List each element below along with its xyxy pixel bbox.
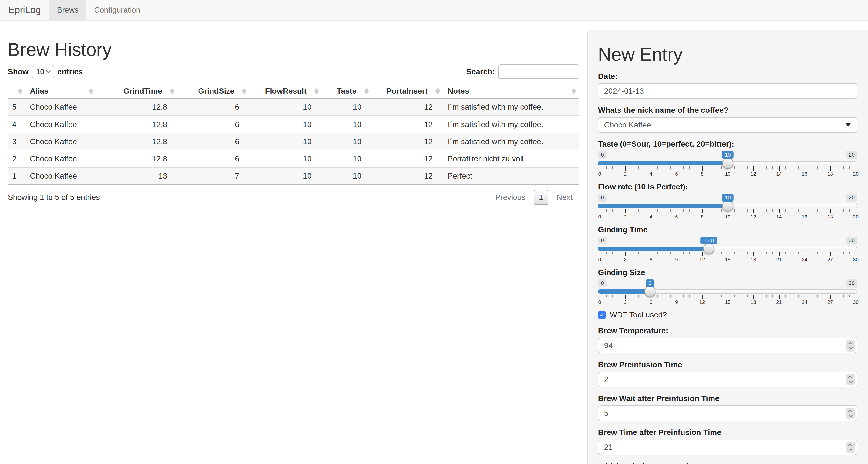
slider-tick — [837, 252, 837, 254]
table-cell: 10 — [322, 167, 372, 184]
slider-tick — [837, 209, 837, 211]
new-entry-panel: New Entry Date: 2024-01-13 Whats the nic… — [587, 30, 868, 464]
chevron-down-icon — [849, 345, 853, 349]
table-cell: 10 — [250, 98, 322, 116]
slider-tick — [779, 209, 779, 213]
column-header-label: FlowResult — [265, 87, 306, 95]
stepper-icon[interactable] — [846, 340, 855, 351]
search-input[interactable] — [498, 64, 579, 79]
stepper-icon[interactable] — [846, 441, 855, 453]
slider-tick-label: 12 — [700, 299, 705, 305]
tab-brews[interactable]: Brews — [49, 0, 86, 20]
slider-grinding-time[interactable]: 03012.8036912151821242730 — [598, 237, 857, 261]
chevron-up-icon — [848, 443, 852, 447]
sort-icon — [314, 88, 319, 94]
slider-tick — [721, 167, 722, 169]
slider-tick — [856, 295, 857, 299]
slider-tick — [798, 209, 799, 211]
slider-tick-label: 18 — [750, 299, 756, 305]
table-cell: Perfect — [443, 167, 579, 184]
slider-tick — [798, 295, 799, 297]
table-cell: 10 — [322, 98, 372, 116]
slider-tick — [702, 295, 703, 299]
number-group-brew-temperature: Brew Temperature:94 — [598, 326, 857, 353]
slider-tick — [670, 209, 671, 211]
column-header-GrindSize[interactable]: GrindSize — [178, 84, 250, 98]
number-value: 94 — [604, 341, 613, 350]
date-input[interactable]: 2024-01-13 — [598, 83, 857, 99]
column-header-index[interactable] — [8, 84, 26, 98]
app-brand[interactable]: EpriLog — [0, 0, 49, 20]
wdt-checkbox-row[interactable]: ✓ WDT Tool used? — [598, 310, 857, 319]
column-header-label: GrindTime — [124, 87, 162, 95]
slider-tick — [613, 209, 613, 211]
brew-history-section: Brew History Show 10 entries Search: — [0, 21, 587, 205]
slider-grinding-size[interactable]: 0306036912151821242730 — [598, 280, 857, 304]
pagination-previous[interactable]: Previous — [495, 193, 525, 202]
number-input-brew-preinfusion-time[interactable]: 2 — [598, 372, 857, 387]
chevron-down-icon — [849, 413, 853, 417]
slider-tick-label: 6 — [675, 214, 678, 220]
search-control: Search: — [466, 64, 579, 79]
slider-group-grinding-size: Ginding Size0306036912151821242730 — [598, 268, 857, 304]
chevron-up-icon — [848, 410, 852, 413]
column-header-Notes[interactable]: Notes — [443, 84, 579, 98]
table-row: 5Choco Kaffee12.86101012I´m satisfied wi… — [8, 98, 579, 116]
column-header-Taste[interactable]: Taste — [322, 84, 372, 98]
slider-tick — [785, 252, 786, 254]
stepper-icon[interactable] — [846, 407, 855, 419]
number-input-brew-time-after-preinfusion-time[interactable]: 21 — [598, 440, 857, 455]
sliders: Taste (0=Sour, 10=perfect, 20=bitter):02… — [598, 139, 857, 304]
column-header-label: Taste — [337, 87, 356, 95]
wdt-checkbox[interactable]: ✓ — [598, 311, 606, 319]
slider-tick — [792, 252, 792, 254]
sort-icon — [18, 88, 22, 94]
slider-handle[interactable] — [644, 286, 655, 297]
number-input-brew-temperature[interactable]: 94 — [598, 338, 857, 353]
slider-handle[interactable] — [722, 158, 733, 169]
slider-tick — [606, 209, 607, 211]
slider-tick — [824, 295, 824, 297]
pagination-page-1[interactable]: 1 — [534, 190, 548, 205]
slider-taste[interactable]: 0201002468101214161820 — [598, 151, 857, 175]
slider-tick — [779, 167, 779, 170]
slider-tick — [849, 167, 850, 169]
slider-tick — [817, 209, 818, 211]
slider-tick-label: 9 — [675, 257, 678, 262]
slider-tick — [785, 209, 786, 211]
page-length-value: 10 — [36, 67, 44, 76]
column-header-label: Notes — [447, 87, 469, 95]
app-root: EpriLog Brews Configuration Brew History… — [0, 0, 868, 464]
pagination-next[interactable]: Next — [557, 193, 572, 202]
tab-configuration[interactable]: Configuration — [86, 0, 148, 20]
slider-tick-label: 24 — [802, 257, 807, 262]
slider-min-badge: 0 — [598, 237, 607, 244]
slider-flow-rate[interactable]: 0201002468101214161820 — [598, 194, 857, 218]
slider-tick — [773, 295, 773, 297]
table-cell: Choco Kaffee — [26, 150, 97, 167]
stepper-icon[interactable] — [846, 374, 855, 385]
column-header-Alias[interactable]: Alias — [26, 84, 97, 98]
column-header-PortaInsert[interactable]: PortaInsert — [372, 84, 443, 98]
slider-tick — [657, 252, 658, 254]
table-cell: 1 — [8, 167, 26, 184]
number-input-brew-wait-after-preinfusion-time[interactable]: 5 — [598, 405, 857, 421]
table-cell: 4 — [8, 116, 26, 133]
slider-tick — [600, 167, 600, 170]
slider-tick — [709, 167, 709, 169]
slider-tick — [600, 295, 600, 299]
slider-tick — [721, 252, 722, 254]
slider-handle[interactable] — [703, 243, 714, 254]
page-length-select[interactable]: 10 — [32, 65, 54, 78]
slider-tick-label: 8 — [701, 214, 704, 220]
column-header-FlowResult[interactable]: FlowResult — [250, 84, 322, 98]
page-title: Brew History — [8, 39, 579, 60]
column-header-label: PortaInsert — [386, 87, 428, 95]
coffee-nickname-select[interactable]: Choco Kaffee — [598, 117, 857, 133]
slider-tick-label: 18 — [827, 171, 833, 177]
slider-tick-label: 0 — [598, 171, 601, 177]
table-cell: I´m satisfied with my coffee. — [443, 98, 579, 116]
column-header-GrindTime[interactable]: GrindTime — [97, 84, 178, 98]
slider-handle[interactable] — [722, 201, 733, 212]
slider-max-badge: 20 — [846, 151, 858, 159]
